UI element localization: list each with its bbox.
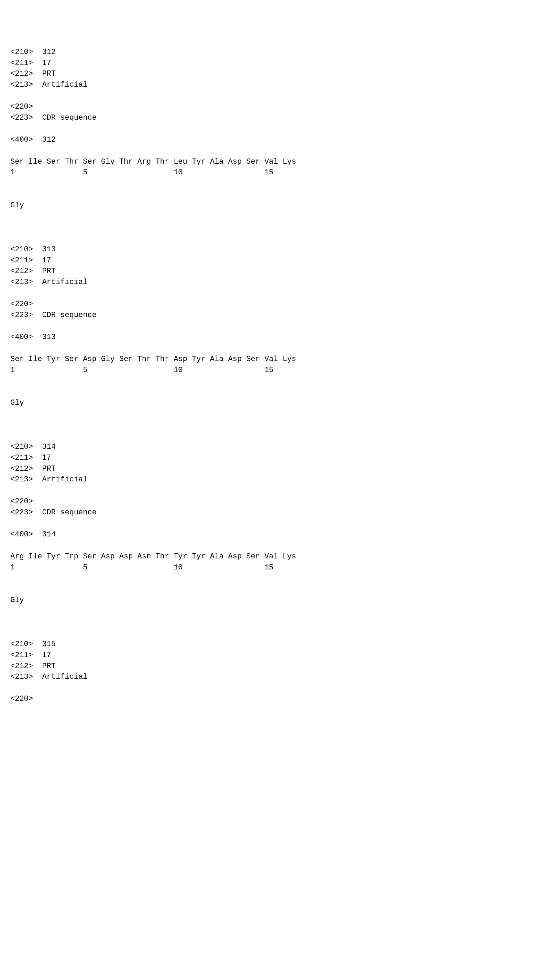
blank-line bbox=[10, 573, 550, 584]
residue: 10 bbox=[173, 167, 192, 178]
residue: Asp bbox=[83, 354, 101, 365]
residue bbox=[155, 365, 173, 376]
blank-line bbox=[10, 606, 550, 617]
blank-line bbox=[10, 222, 550, 233]
residue bbox=[47, 365, 65, 376]
residue bbox=[119, 562, 138, 573]
header-211: <211> 17 bbox=[10, 58, 550, 69]
residue bbox=[283, 562, 301, 573]
residue bbox=[101, 365, 119, 376]
residue bbox=[228, 167, 247, 178]
blank-line bbox=[10, 387, 550, 397]
residue bbox=[210, 365, 228, 376]
residue: Trp bbox=[65, 551, 83, 562]
residue: Ala bbox=[210, 354, 228, 365]
sequence-tail: Gly bbox=[10, 200, 550, 211]
residue bbox=[28, 167, 47, 178]
header-400: <400> 313 bbox=[10, 332, 550, 343]
blank-line bbox=[10, 540, 550, 551]
header-212: <212> PRT bbox=[10, 68, 550, 79]
residue: Thr bbox=[119, 157, 138, 167]
header-213: <213> Artificial bbox=[10, 277, 550, 288]
header-213: <213> Artificial bbox=[10, 79, 550, 90]
residue: Thr bbox=[155, 157, 173, 167]
residue: Ile bbox=[28, 354, 47, 365]
blank-line bbox=[10, 419, 550, 430]
blank-line bbox=[10, 343, 550, 354]
residue: 5 bbox=[83, 167, 101, 178]
residue: 1 bbox=[10, 167, 28, 178]
residue: Ile bbox=[28, 551, 47, 562]
residue bbox=[210, 562, 228, 573]
blank-line bbox=[10, 189, 550, 200]
residue bbox=[138, 167, 156, 178]
residue: Asp bbox=[228, 157, 247, 167]
sequence-row: ArgIleTyrTrpSerAspAspAsnThrTyrTyrAlaAspS… bbox=[10, 551, 550, 562]
residue: Ser bbox=[10, 157, 28, 167]
residue: 15 bbox=[264, 562, 283, 573]
residue: 1 bbox=[10, 365, 28, 376]
residue: Ser bbox=[83, 157, 101, 167]
residue: 15 bbox=[264, 365, 283, 376]
header-223: <223> CDR sequence bbox=[10, 507, 550, 518]
residue: Tyr bbox=[173, 551, 192, 562]
residue: Thr bbox=[155, 551, 173, 562]
blank-line bbox=[10, 485, 550, 496]
header-400: <400> 314 bbox=[10, 529, 550, 540]
blank-line bbox=[10, 682, 550, 694]
residue: Ser bbox=[246, 354, 264, 365]
residue: 10 bbox=[173, 562, 192, 573]
residue: Asp bbox=[101, 551, 119, 562]
position-row: 151015 bbox=[10, 365, 550, 376]
blank-line bbox=[10, 90, 550, 102]
residue: Ser bbox=[246, 551, 264, 562]
residue: Lys bbox=[283, 551, 301, 562]
residue bbox=[192, 562, 210, 573]
residue: 5 bbox=[83, 562, 101, 573]
residue bbox=[155, 167, 173, 178]
header-212: <212> PRT bbox=[10, 661, 550, 672]
sequence-tail: Gly bbox=[10, 595, 550, 606]
header-211: <211> 17 bbox=[10, 255, 550, 266]
residue bbox=[65, 562, 83, 573]
blank-line bbox=[10, 288, 550, 299]
header-211: <211> 17 bbox=[10, 650, 550, 661]
residue: Leu bbox=[173, 157, 192, 167]
blank-line bbox=[10, 321, 550, 332]
residue bbox=[119, 167, 138, 178]
residue: Thr bbox=[138, 354, 156, 365]
header-210: <210> 312 bbox=[10, 47, 550, 58]
residue: Lys bbox=[283, 354, 301, 365]
header-223: <223> CDR sequence bbox=[10, 310, 550, 321]
residue bbox=[246, 167, 264, 178]
residue: Asp bbox=[228, 354, 247, 365]
residue: Tyr bbox=[47, 354, 65, 365]
header-210: <210> 313 bbox=[10, 244, 550, 255]
residue: Val bbox=[264, 354, 283, 365]
header-210: <210> 315 bbox=[10, 639, 550, 650]
blank-line bbox=[10, 233, 550, 244]
blank-line bbox=[10, 430, 550, 442]
blank-line bbox=[10, 145, 550, 157]
residue bbox=[246, 365, 264, 376]
residue: Asp bbox=[173, 354, 192, 365]
header-223: <223> CDR sequence bbox=[10, 112, 550, 123]
blank-line bbox=[10, 178, 550, 189]
residue bbox=[138, 562, 156, 573]
residue bbox=[228, 365, 247, 376]
blank-line bbox=[10, 211, 550, 222]
residue: 1 bbox=[10, 562, 28, 573]
blank-line bbox=[10, 584, 550, 595]
residue: Gly bbox=[101, 354, 119, 365]
header-213: <213> Artificial bbox=[10, 474, 550, 485]
residue: Arg bbox=[138, 157, 156, 167]
residue bbox=[119, 365, 138, 376]
residue: Thr bbox=[155, 354, 173, 365]
residue: Tyr bbox=[47, 551, 65, 562]
residue: Ala bbox=[210, 157, 228, 167]
residue: Val bbox=[264, 551, 283, 562]
residue: Arg bbox=[10, 551, 28, 562]
residue: Ser bbox=[83, 551, 101, 562]
blank-line bbox=[10, 617, 550, 628]
residue: Lys bbox=[283, 157, 301, 167]
